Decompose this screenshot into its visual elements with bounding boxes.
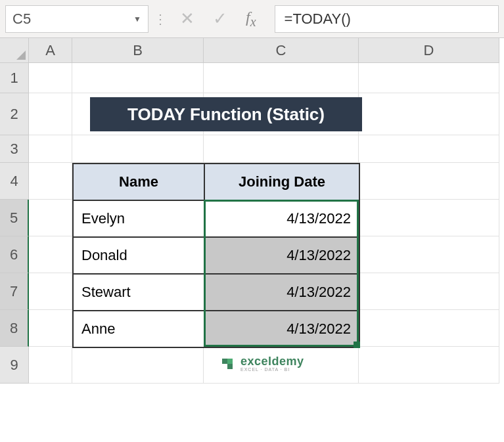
table-row: Stewart 4/13/2022 (73, 274, 359, 311)
cell-name[interactable]: Stewart (73, 274, 204, 311)
page-title: TODAY Function (Static) (90, 97, 362, 131)
table-row: Anne 4/13/2022 (73, 311, 359, 347)
watermark-sub: EXCEL · DATA · BI (241, 367, 304, 372)
divider-icon: ⋮ (152, 5, 167, 33)
col-header-c[interactable]: C (204, 38, 359, 63)
row-header-7[interactable]: 7 (0, 273, 29, 310)
row-header-2[interactable]: 2 (0, 93, 29, 135)
chevron-down-icon[interactable]: ▼ (133, 14, 141, 24)
table-row: Evelyn 4/13/2022 (73, 200, 359, 237)
row-headers: 1 2 3 4 5 6 7 8 9 (0, 63, 29, 384)
sheet-area: A B C D 1 2 3 4 5 6 7 8 9 (0, 38, 504, 384)
cell-name[interactable]: Evelyn (73, 200, 204, 237)
row-header-6[interactable]: 6 (0, 236, 29, 273)
select-all-corner[interactable] (0, 38, 29, 63)
cell-name[interactable]: Donald (73, 237, 204, 274)
cell-date[interactable]: 4/13/2022 (204, 237, 359, 274)
table-row: Donald 4/13/2022 (73, 237, 359, 274)
row-header-4[interactable]: 4 (0, 163, 29, 200)
row-header-8[interactable]: 8 (0, 310, 29, 347)
formula-text: =TODAY() (285, 11, 351, 28)
cell-date[interactable]: 4/13/2022 (204, 274, 359, 311)
formula-icon-group: ✕ ✓ fx (171, 9, 265, 30)
table-header-name[interactable]: Name (73, 164, 204, 200)
cancel-icon[interactable]: ✕ (180, 9, 195, 29)
name-box-value: C5 (12, 11, 31, 28)
watermark: exceldemy EXCEL · DATA · BI (219, 355, 304, 372)
column-headers: A B C D (29, 38, 499, 63)
cell-date[interactable]: 4/13/2022 (204, 311, 359, 347)
grid-body[interactable]: TODAY Function (Static) Name Joining Dat… (29, 63, 499, 384)
row-header-3[interactable]: 3 (0, 135, 29, 163)
row-header-9[interactable]: 9 (0, 347, 29, 384)
row-header-5[interactable]: 5 (0, 200, 29, 236)
watermark-main: exceldemy (241, 355, 304, 367)
col-header-d[interactable]: D (359, 38, 499, 63)
col-header-a[interactable]: A (29, 38, 72, 63)
formula-input[interactable]: =TODAY() (275, 5, 499, 33)
cell-name[interactable]: Anne (73, 311, 204, 347)
formula-bar: C5 ▼ ⋮ ✕ ✓ fx =TODAY() (0, 0, 504, 38)
row-header-1[interactable]: 1 (0, 63, 29, 93)
check-icon[interactable]: ✓ (213, 9, 227, 29)
table-header-date[interactable]: Joining Date (204, 164, 359, 200)
data-table: Name Joining Date Evelyn 4/13/2022 Donal… (72, 163, 360, 348)
exceldemy-logo-icon (219, 356, 235, 372)
fx-icon[interactable]: fx (246, 9, 256, 30)
name-box[interactable]: C5 ▼ (5, 5, 149, 33)
col-header-b[interactable]: B (72, 38, 204, 63)
cell-date[interactable]: 4/13/2022 (204, 200, 359, 237)
